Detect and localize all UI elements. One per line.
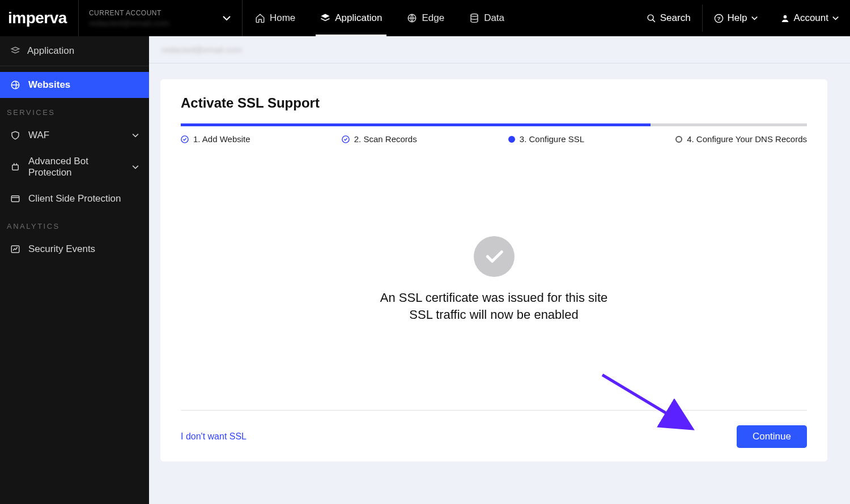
step-1-add-website: 1. Add Website [181, 134, 250, 144]
step-2-scan-records: 2. Scan Records [342, 134, 417, 144]
page-title: Activate SSL Support [181, 95, 807, 111]
account-selector-value: redacted@email.com [89, 18, 217, 28]
chart-icon [10, 244, 20, 254]
sidebar-item-waf[interactable]: WAF [0, 122, 149, 148]
step-label: 3. Configure SSL [520, 134, 584, 144]
sidebar-section-analytics: ANALYTICS [0, 212, 149, 236]
svg-rect-8 [11, 196, 19, 202]
success-message-line-2: SSL traffic will now be enabled [409, 306, 578, 323]
nav-application-label: Application [335, 12, 382, 24]
sidebar-item-advanced-bot-protection[interactable]: Advanced Bot Protection [0, 148, 149, 186]
step-3-configure-ssl: 3. Configure SSL [508, 134, 584, 144]
nav-data-label: Data [484, 12, 504, 24]
help-label: Help [728, 12, 747, 24]
breadcrumb: redacted@email.com [149, 36, 850, 63]
bot-icon [10, 162, 20, 172]
svg-point-2 [648, 15, 653, 20]
continue-button[interactable]: Continue [737, 425, 807, 448]
help-icon: ? [714, 14, 724, 23]
globe-icon [10, 80, 20, 90]
brand-logo: imperva [0, 0, 78, 36]
sidebar: Application Websites SERVICES WAF Advanc… [0, 36, 149, 504]
check-circle-icon [474, 236, 515, 277]
nav-edge[interactable]: Edge [394, 0, 457, 36]
sidebar-section-services: SERVICES [0, 98, 149, 122]
progress-bar [181, 123, 807, 126]
step-indicator: 1. Add Website 2. Scan Records 3. Config… [181, 134, 807, 144]
chevron-down-icon [132, 165, 139, 169]
help-menu[interactable]: ? Help [703, 0, 769, 36]
sidebar-item-label: Advanced Bot Protection [28, 156, 124, 178]
nav-edge-label: Edge [422, 12, 444, 24]
chevron-down-icon [132, 133, 139, 138]
search-label: Search [660, 12, 691, 24]
no-ssl-link[interactable]: I don't want SSL [181, 432, 246, 442]
globe-icon [407, 13, 417, 23]
account-selector-label: CURRENT ACCOUNT [89, 9, 217, 17]
success-block: An SSL certificate was issued for this s… [181, 150, 807, 410]
step-complete-icon [342, 135, 350, 143]
step-current-icon [508, 136, 515, 143]
layers-icon [320, 13, 330, 23]
sidebar-item-label: Websites [28, 79, 70, 91]
sidebar-item-security-events[interactable]: Security Events [0, 236, 149, 262]
user-icon [780, 14, 790, 23]
caret-down-icon [832, 16, 839, 20]
wizard-card: Activate SSL Support 1. Add Website 2. S… [160, 79, 827, 462]
browser-icon [10, 194, 20, 204]
sidebar-item-label: Security Events [28, 244, 95, 255]
account-menu[interactable]: Account [769, 0, 850, 36]
sidebar-item-websites[interactable]: Websites [0, 72, 149, 98]
nav-data[interactable]: Data [457, 0, 517, 36]
nav-application[interactable]: Application [308, 0, 394, 36]
search-button[interactable]: Search [635, 0, 702, 36]
step-label: 4. Configure Your DNS Records [687, 134, 807, 144]
sidebar-item-label: WAF [28, 130, 49, 141]
caret-down-icon [223, 15, 231, 21]
database-icon [469, 13, 479, 23]
sidebar-item-label: Application [27, 45, 74, 57]
step-4-configure-dns: 4. Configure Your DNS Records [675, 134, 807, 144]
main-area: redacted@email.com Activate SSL Support … [149, 36, 850, 504]
success-message-line-1: An SSL certificate was issued for this s… [380, 289, 607, 306]
progress-fill [181, 123, 651, 126]
breadcrumb-text: redacted@email.com [162, 45, 242, 54]
svg-rect-7 [12, 165, 19, 170]
svg-point-1 [471, 14, 478, 17]
home-icon [255, 13, 265, 23]
account-label: Account [794, 12, 828, 24]
step-label: 1. Add Website [193, 134, 250, 144]
top-right: Search ? Help Account [635, 0, 850, 36]
wizard-footer: I don't want SSL Continue [181, 410, 807, 448]
svg-point-5 [783, 15, 787, 18]
caret-down-icon [751, 16, 758, 20]
layers-icon [10, 46, 20, 56]
step-complete-icon [181, 135, 189, 143]
shield-icon [10, 130, 20, 140]
sidebar-item-label: Client Side Protection [28, 193, 121, 204]
step-label: 2. Scan Records [354, 134, 417, 144]
account-selector[interactable]: CURRENT ACCOUNT redacted@email.com [78, 0, 243, 36]
sidebar-item-application[interactable]: Application [0, 36, 149, 66]
step-pending-icon [675, 136, 682, 143]
top-bar: imperva CURRENT ACCOUNT redacted@email.c… [0, 0, 850, 36]
nav-home-label: Home [270, 12, 295, 24]
sidebar-item-client-side-protection[interactable]: Client Side Protection [0, 186, 149, 212]
svg-text:?: ? [717, 15, 720, 22]
top-nav: Home Application Edge Data [243, 0, 517, 36]
nav-home[interactable]: Home [243, 0, 308, 36]
search-icon [647, 14, 656, 23]
